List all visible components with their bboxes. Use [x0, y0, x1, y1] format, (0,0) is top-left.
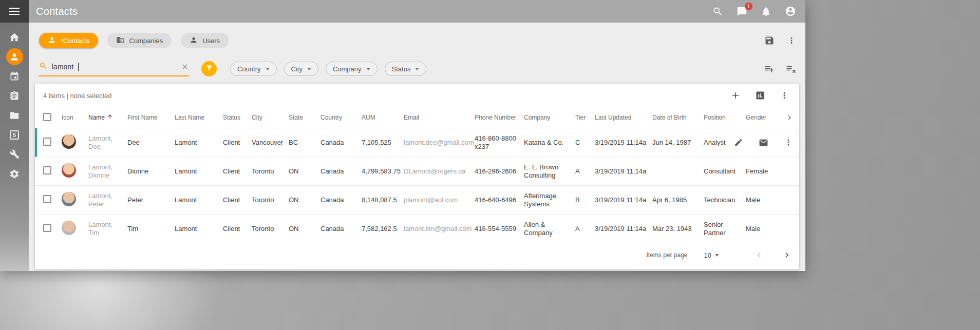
- cell-city: Vancouver: [252, 139, 289, 147]
- tasks-icon[interactable]: [6, 87, 23, 104]
- filter-city-dropdown[interactable]: City: [284, 62, 318, 76]
- add-icon[interactable]: [730, 90, 741, 101]
- selection-summary: 4 items | none selected: [43, 92, 111, 100]
- cell-tier: C: [575, 139, 595, 147]
- col-header-position[interactable]: Position: [704, 113, 746, 122]
- prev-page-icon[interactable]: [754, 250, 764, 260]
- col-header-name[interactable]: Name: [88, 113, 127, 122]
- five-icon[interactable]: [6, 126, 23, 143]
- cell-company: Allen & Company: [524, 221, 575, 237]
- cell-aum: 7,582,162.5: [362, 225, 404, 233]
- cell-phone: 416-640-6496: [475, 196, 524, 204]
- col-header-aum[interactable]: AUM: [362, 113, 404, 122]
- cell-phone: 416-296-2606: [475, 167, 524, 176]
- col-header-last-updated[interactable]: Last Updated: [595, 113, 652, 122]
- cell-position: Technician: [704, 196, 746, 204]
- chart-icon[interactable]: [755, 90, 765, 101]
- table-row[interactable]: Lamont, Tim Tim Lamont Client Toronto ON…: [35, 215, 799, 243]
- cell-tier: B: [575, 196, 595, 204]
- more-vert-icon[interactable]: [784, 138, 793, 147]
- account-icon[interactable]: [785, 6, 796, 17]
- cell-last-name: Lamont: [175, 196, 223, 204]
- playlist-remove-icon[interactable]: [786, 64, 796, 74]
- contacts-icon: [48, 36, 56, 46]
- chevron-down-icon: [415, 68, 419, 70]
- mail-icon[interactable]: [759, 138, 768, 147]
- col-header-dob[interactable]: Date of Birth: [652, 113, 704, 122]
- page-size-select[interactable]: 10: [701, 251, 722, 260]
- chip-label: Company: [333, 65, 362, 73]
- cell-city: Toronto: [252, 196, 289, 204]
- col-header-email[interactable]: Email: [404, 113, 475, 122]
- cell-country: Canada: [321, 225, 362, 233]
- gear-icon[interactable]: [6, 165, 23, 182]
- table-row[interactable]: Lamont, Peter Peter Lamont Client Toront…: [35, 186, 799, 215]
- tab-users[interactable]: Users: [181, 33, 229, 48]
- col-header-phone[interactable]: Phone Number: [475, 113, 524, 122]
- cell-aum: 8,148,087.5: [362, 196, 404, 204]
- cell-phone: 416-860-8800 x237: [475, 134, 524, 151]
- sort-asc-icon: [107, 113, 113, 122]
- page-title: Contacts: [36, 6, 78, 17]
- search-icon: [39, 62, 47, 72]
- tab-companies[interactable]: Companies: [107, 33, 172, 48]
- cell-tier: A: [575, 167, 595, 176]
- cell-email: plamont@aol.com: [404, 196, 475, 204]
- wrench-icon[interactable]: [6, 146, 23, 163]
- edit-icon[interactable]: [734, 138, 743, 147]
- cell-last-name: Lamont: [175, 167, 223, 176]
- chat-icon[interactable]: 1: [737, 6, 747, 17]
- home-icon[interactable]: [6, 29, 23, 46]
- col-header-tier[interactable]: Tier: [575, 113, 595, 122]
- cell-last-updated: 3/19/2019 11:14a: [595, 139, 652, 147]
- col-header-first-name[interactable]: First Name: [127, 113, 175, 122]
- cell-company: E. L. Brown Consulting: [524, 163, 575, 180]
- filter-country-dropdown[interactable]: Country: [230, 62, 277, 76]
- playlist-add-icon[interactable]: [764, 64, 775, 74]
- col-header-status[interactable]: Status: [223, 113, 252, 122]
- desktop-background: Contacts 1: [0, 0, 980, 330]
- results-card: 4 items | none selected: [35, 84, 799, 269]
- search-icon[interactable]: [712, 6, 723, 17]
- table-row[interactable]: Lamont, Dionne Dionne Lamont Client Toro…: [35, 157, 799, 186]
- cell-city: Toronto: [252, 225, 289, 233]
- clear-search-icon[interactable]: [181, 63, 189, 71]
- col-header-gender[interactable]: Gender: [746, 113, 779, 122]
- avatar: [62, 192, 76, 206]
- col-header-company[interactable]: Company: [524, 113, 575, 122]
- cell-dob: Apr 6, 1985: [652, 196, 704, 204]
- contacts-icon[interactable]: [6, 48, 23, 65]
- row-checkbox[interactable]: [43, 138, 51, 146]
- col-header-city[interactable]: City: [252, 113, 289, 122]
- save-icon[interactable]: [764, 35, 775, 46]
- cell-status: Client: [223, 167, 252, 176]
- scroll-columns-right-icon[interactable]: [785, 113, 794, 122]
- filter-status-dropdown[interactable]: Status: [385, 62, 427, 76]
- col-header-state[interactable]: State: [289, 113, 321, 122]
- folder-icon[interactable]: [6, 107, 23, 124]
- col-header-country[interactable]: Country: [321, 113, 362, 122]
- chat-badge: 1: [745, 3, 752, 10]
- menu-icon[interactable]: [0, 0, 29, 23]
- cell-last-name: Lamont: [175, 139, 223, 147]
- more-vert-icon[interactable]: [780, 91, 789, 100]
- avatar: [62, 163, 76, 178]
- avatar: [62, 221, 76, 235]
- select-all-checkbox[interactable]: [43, 113, 51, 121]
- row-checkbox[interactable]: [43, 195, 51, 203]
- search-input[interactable]: lamont: [39, 62, 189, 76]
- table-row[interactable]: Lamont, Dee Dee Lamont Client Vancouver …: [35, 128, 799, 157]
- filter-company-dropdown[interactable]: Company: [326, 62, 378, 76]
- row-checkbox[interactable]: [43, 166, 51, 174]
- row-checkbox[interactable]: [43, 224, 51, 232]
- chip-label: Status: [392, 65, 411, 73]
- cell-last-updated: 3/19/2019 11:14a: [595, 196, 652, 204]
- tab-contacts[interactable]: *Contacts: [39, 33, 98, 48]
- next-page-icon[interactable]: [782, 250, 792, 260]
- pagination-bar: Items per page 10: [35, 243, 799, 267]
- filter-button[interactable]: [201, 61, 217, 76]
- notifications-icon[interactable]: [761, 6, 771, 17]
- col-header-last-name[interactable]: Last Name: [175, 113, 223, 122]
- more-vert-icon[interactable]: [787, 36, 796, 45]
- calendar-icon[interactable]: [6, 68, 23, 85]
